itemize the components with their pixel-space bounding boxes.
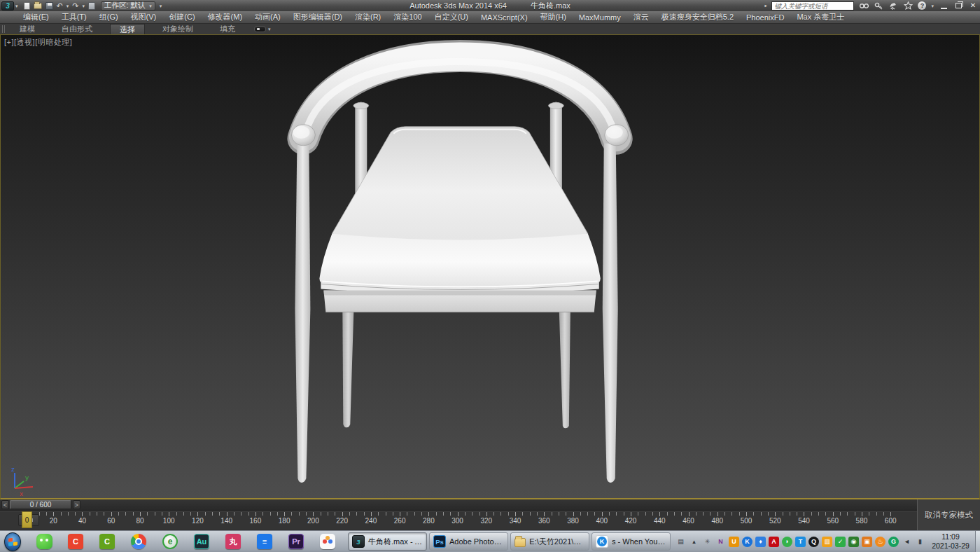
tim-icon[interactable]: T xyxy=(795,537,806,547)
menu-item-modifiers[interactable]: 修改器(M) xyxy=(202,12,249,22)
svg-text:x: x xyxy=(20,490,23,497)
time-slider-track[interactable]: < 0 / 600 > xyxy=(0,499,980,511)
menu-item-group[interactable]: 组(G) xyxy=(93,12,125,22)
favorites-star-icon[interactable] xyxy=(903,1,913,10)
browser-360-icon[interactable]: e xyxy=(162,533,178,550)
menu-item-views[interactable]: 视图(V) xyxy=(125,12,163,22)
huorong-icon[interactable]: ♨ xyxy=(875,537,886,547)
wan-app-icon[interactable]: 丸 xyxy=(225,533,241,550)
current-frame-marker[interactable]: 0 xyxy=(22,511,32,528)
start-button[interactable] xyxy=(4,533,21,550)
taskbar-window-ps[interactable]: PsAdobe Photosh... xyxy=(429,532,508,551)
menu-item-animation[interactable]: 动画(A) xyxy=(248,12,287,22)
time-slider-handle[interactable]: 0 / 600 xyxy=(10,500,71,509)
premiere-icon[interactable]: Pr xyxy=(288,533,304,550)
redo-icon[interactable]: ↷ xyxy=(72,2,78,10)
svg-text:y: y xyxy=(25,474,29,481)
application-menu-button[interactable]: 3 ▾ xyxy=(1,1,18,11)
ribbon-minimize-icon[interactable]: ▾ xyxy=(268,27,271,32)
undo-dropdown-icon[interactable]: ▾ xyxy=(66,4,69,8)
key-icon[interactable] xyxy=(874,1,883,10)
track-bar[interactable]: 2040608010012014016018020022024026028030… xyxy=(0,511,980,530)
network-icon[interactable]: ▮ xyxy=(915,537,925,547)
search-icon[interactable] xyxy=(859,1,869,10)
menu-item-edit[interactable]: 编辑(E) xyxy=(17,12,55,22)
menu-item-render100[interactable]: 渲染100 xyxy=(387,12,428,22)
redo-dropdown-icon[interactable]: ▾ xyxy=(82,4,85,8)
screenshot-icon[interactable]: ▣ xyxy=(862,537,872,547)
drive-icon[interactable]: ▥ xyxy=(822,537,832,547)
audition-icon[interactable]: Au xyxy=(193,533,210,550)
close-icon[interactable]: ✕ xyxy=(968,1,978,10)
communication-center-icon[interactable] xyxy=(888,1,898,10)
infocenter-expand-icon[interactable]: ▾ xyxy=(763,4,768,7)
kugou-tray-icon[interactable]: K xyxy=(742,537,752,547)
menu-item-maxmummy[interactable]: MaxMummy xyxy=(573,13,627,22)
menu-item-renderyun[interactable]: 渲云 xyxy=(627,12,655,22)
undo-icon[interactable]: ↶ xyxy=(57,2,63,10)
green-tray-icon[interactable]: G xyxy=(888,537,899,547)
camtasia-recorder-icon[interactable]: C xyxy=(67,533,84,550)
toolbar-overflow-icon[interactable]: ▾ xyxy=(160,4,162,8)
camtasia-icon[interactable]: C xyxy=(99,533,115,550)
search-input[interactable] xyxy=(771,1,854,11)
taskbar-clock[interactable]: 11:09 2021-03-29 xyxy=(928,532,973,551)
ribbon-drag-handle[interactable] xyxy=(2,25,5,33)
svg-text:z: z xyxy=(11,465,15,473)
restore-icon[interactable] xyxy=(953,1,963,10)
tab-object-paint[interactable]: 对象绘制 xyxy=(153,24,202,34)
qq-icon[interactable]: Q xyxy=(808,537,819,547)
help-dropdown-icon[interactable]: ▾ xyxy=(931,4,934,8)
menu-item-tools[interactable]: 工具(T) xyxy=(55,12,93,22)
nvidia-icon[interactable]: ◉ xyxy=(848,537,859,547)
tab-modeling[interactable]: 建模 xyxy=(10,24,44,34)
expert-mode-panel: 取消专家模式 xyxy=(917,499,980,530)
workspace-selector[interactable]: 工作区: 默认 ▾ xyxy=(101,1,155,11)
next-frame-button[interactable]: > xyxy=(73,500,80,509)
usb-audio-icon[interactable]: U xyxy=(729,537,739,547)
frame-tick-label: 40 xyxy=(78,517,86,525)
menu-item-graph-editors[interactable]: 图形编辑器(D) xyxy=(287,12,349,22)
ime-icon[interactable]: N xyxy=(715,537,726,547)
ribbon-options-icon[interactable] xyxy=(254,26,266,32)
acrobat-icon[interactable]: A xyxy=(769,537,779,547)
help-icon[interactable]: ? xyxy=(918,1,926,10)
meeting-app-icon[interactable] xyxy=(319,533,336,550)
save-file-icon[interactable] xyxy=(46,2,53,10)
netdisk-icon[interactable]: ♦ xyxy=(755,537,766,547)
viewport-label[interactable]: [+][透视][明暗处理] xyxy=(4,37,72,48)
menu-item-max-antivirus[interactable]: Max 杀毒卫士 xyxy=(790,12,850,22)
menu-item-maxscript[interactable]: MAXScript(X) xyxy=(475,13,534,22)
wechat-tray-icon[interactable]: ◗ xyxy=(782,537,792,547)
settings-icon[interactable]: ✳ xyxy=(702,537,713,547)
usb-safe-icon[interactable]: ✓ xyxy=(835,537,846,547)
keyboard-icon[interactable]: ▤ xyxy=(676,537,686,547)
menu-item-phoenixfd[interactable]: PhoenixFD xyxy=(740,13,790,22)
show-desktop-button[interactable] xyxy=(975,531,980,552)
wechat-icon[interactable] xyxy=(36,533,52,550)
menu-item-slim-archive[interactable]: 极速瘦身安全归档5.2 xyxy=(655,12,740,22)
menu-item-customize[interactable]: 自定义(U) xyxy=(428,12,475,22)
volume-icon[interactable]: ◄ xyxy=(902,537,912,547)
frame-ruler[interactable]: 2040608010012014016018020022024026028030… xyxy=(20,511,917,530)
menu-bar: 编辑(E)工具(T)组(G)视图(V)创建(C)修改器(M)动画(A)图形编辑器… xyxy=(0,11,980,23)
tab-freeform[interactable]: 自由形式 xyxy=(52,24,102,34)
tab-populate[interactable]: 填充 xyxy=(211,24,244,34)
taskbar-window-kugou[interactable]: Ks - When You Le... xyxy=(592,532,671,551)
chrome-icon[interactable] xyxy=(130,533,147,550)
new-scene-icon[interactable] xyxy=(24,2,30,10)
perspective-viewport[interactable]: z y x [+][透视][明暗处理] xyxy=(0,34,980,499)
video-list-icon[interactable]: ≡ xyxy=(256,533,273,550)
taskbar-window-folder[interactable]: E:\天竹2021\牛... xyxy=(510,532,589,551)
tab-selection[interactable]: 选择 xyxy=(110,24,145,34)
previous-frame-button[interactable]: < xyxy=(1,500,9,509)
menu-item-help[interactable]: 帮助(H) xyxy=(534,12,573,22)
menu-item-rendering[interactable]: 渲染(R) xyxy=(349,12,387,22)
open-file-icon[interactable] xyxy=(34,3,42,9)
set-project-folder-icon[interactable] xyxy=(88,2,95,10)
minimize-icon[interactable] xyxy=(939,1,948,10)
menu-item-create[interactable]: 创建(C) xyxy=(162,12,201,22)
cancel-expert-mode-button[interactable]: 取消专家模式 xyxy=(925,510,973,520)
taskbar-window-max[interactable]: 3牛角椅.max - Aut... xyxy=(348,532,427,551)
show-hidden-icons[interactable]: ▴ xyxy=(689,537,699,547)
